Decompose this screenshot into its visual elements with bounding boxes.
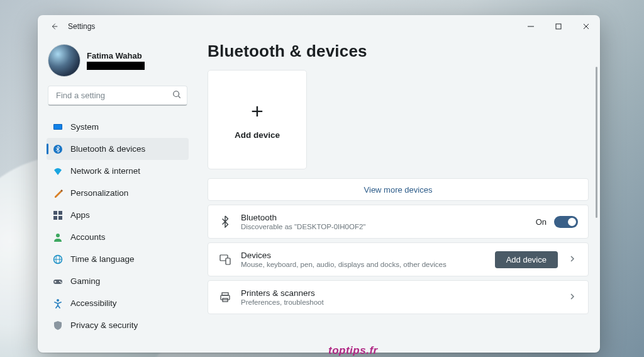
sidebar-item-label: Accounts [70,232,106,242]
sidebar-item-label: System [70,122,99,132]
bluetooth-icon [53,144,63,154]
svg-line-5 [179,96,180,98]
network-icon [53,166,63,176]
sidebar: Fatima Wahab System [38,38,194,353]
accessibility-icon [53,298,63,309]
minimize-button[interactable] [517,15,545,38]
sidebar-item-gaming[interactable]: Gaming [47,270,189,292]
page-title: Bluetooth & devices [208,42,589,61]
time-language-icon [53,254,63,264]
maximize-button[interactable] [545,15,572,38]
devices-chevron-icon[interactable] [567,251,578,268]
maximize-icon [555,23,562,30]
back-button[interactable] [45,18,63,35]
personalization-icon [53,188,63,198]
profile-name: Fatima Wahab [87,51,145,60]
search-input[interactable] [48,86,187,106]
sidebar-item-time-language[interactable]: Time & language [47,248,189,270]
devices-title: Devices [241,251,495,260]
plus-icon: + [251,100,264,122]
sidebar-item-network[interactable]: Network & internet [47,160,189,182]
privacy-icon [53,320,63,331]
nav-list: System Bluetooth & devices Network & int… [47,116,189,336]
minimize-icon [528,23,534,30]
search-icon [172,90,181,101]
sidebar-item-apps[interactable]: Apps [47,204,189,226]
svg-point-4 [174,91,179,97]
add-device-button[interactable]: Add device [495,251,558,268]
sidebar-item-bluetooth-devices[interactable]: Bluetooth & devices [47,138,189,160]
sidebar-item-privacy-security[interactable]: Privacy & security [47,314,189,336]
svg-point-20 [57,299,59,302]
devices-subtitle: Mouse, keyboard, pen, audio, displays an… [241,261,495,268]
profile-section[interactable]: Fatima Wahab [47,42,189,86]
devices-row-icon [218,254,232,265]
sidebar-item-personalization[interactable]: Personalization [47,182,189,204]
printers-chevron-icon[interactable] [567,289,578,305]
svg-rect-9 [53,211,57,215]
svg-rect-23 [222,293,228,295]
apps-icon [53,210,63,220]
svg-rect-1 [556,24,561,29]
svg-rect-22 [226,258,230,264]
sidebar-item-label: Network & internet [70,166,140,176]
bluetooth-title: Bluetooth [241,213,536,222]
scrollbar[interactable] [596,67,597,218]
svg-point-19 [60,281,62,283]
view-more-devices-button[interactable]: View more devices [208,178,589,201]
bluetooth-row: Bluetooth Discoverable as "DESKTOP-0IH0O… [208,205,589,239]
search-wrap [48,86,187,106]
view-more-label: View more devices [364,185,433,195]
svg-rect-24 [221,295,230,300]
bluetooth-subtitle: Discoverable as "DESKTOP-0IH0OF2" [241,223,536,230]
sidebar-item-accessibility[interactable]: Accessibility [47,292,189,314]
profile-email-redacted [87,62,145,70]
printers-row-icon [218,292,232,303]
bluetooth-toggle[interactable] [554,216,578,228]
sidebar-item-system[interactable]: System [47,116,189,138]
sidebar-item-label: Bluetooth & devices [70,144,145,154]
svg-point-18 [59,281,60,282]
close-icon [583,23,589,30]
sidebar-item-label: Personalization [70,188,128,198]
window-controls [517,15,600,38]
sidebar-item-label: Privacy & security [70,320,138,330]
system-icon [53,122,63,132]
sidebar-item-label: Accessibility [70,298,117,308]
bluetooth-row-icon [218,215,232,228]
printers-title: Printers & scanners [241,288,567,298]
svg-rect-7 [54,125,62,129]
app-title: Settings [68,22,95,31]
sidebar-item-label: Gaming [70,276,100,286]
watermark: toptips.fr [328,344,378,357]
gaming-icon [53,276,63,286]
svg-rect-10 [58,211,62,215]
svg-rect-12 [58,216,62,220]
printers-row[interactable]: Printers & scanners Preferences, trouble… [208,280,589,314]
bluetooth-state: On [536,217,547,227]
add-device-tile-label: Add device [235,130,280,140]
sidebar-item-label: Time & language [70,254,135,264]
devices-row[interactable]: Devices Mouse, keyboard, pen, audio, dis… [208,242,589,276]
svg-rect-11 [53,216,57,220]
add-device-tile[interactable]: + Add device [208,70,307,169]
close-button[interactable] [572,15,600,38]
back-arrow-icon [50,22,58,31]
svg-point-13 [56,234,60,237]
sidebar-item-label: Apps [70,210,90,220]
printers-subtitle: Preferences, troubleshoot [241,298,567,306]
avatar [48,44,80,77]
accounts-icon [53,232,63,242]
settings-window: Settings Fatima Wahab [38,15,600,353]
sidebar-item-accounts[interactable]: Accounts [47,226,189,248]
titlebar: Settings [38,15,600,38]
main-content: Bluetooth & devices + Add device View mo… [194,38,600,353]
